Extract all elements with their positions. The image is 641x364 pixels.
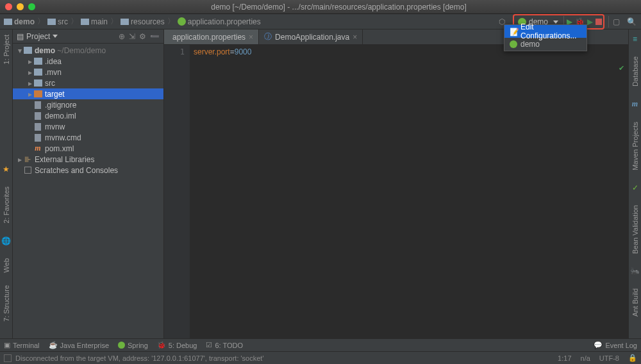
project-tool-tab[interactable]: 1: Project xyxy=(3,35,10,64)
tree-node[interactable]: ⊪External Libraries xyxy=(13,154,163,165)
tree-label: Scratches and Consoles xyxy=(35,166,118,175)
layout-icon[interactable]: ▢ xyxy=(613,17,623,26)
locate-icon[interactable]: ⊕ xyxy=(119,32,125,41)
project-title-label: Project xyxy=(26,32,50,41)
search-icon[interactable]: 🔍 xyxy=(627,17,637,26)
editor-tab[interactable]: ⒿDemoApplication.java× xyxy=(259,29,363,44)
encoding-status[interactable]: UTF-8 xyxy=(599,354,619,362)
spring-tab[interactable]: Spring xyxy=(118,342,148,349)
breadcrumb-item[interactable]: resources xyxy=(121,17,165,26)
breadcrumb-sep: 〉 xyxy=(37,16,45,27)
breadcrumb-item[interactable]: demo xyxy=(4,17,35,26)
status-indicator[interactable] xyxy=(4,354,12,362)
expand-arrow[interactable] xyxy=(27,90,33,99)
tree-node[interactable]: mvnw.cmd xyxy=(13,132,163,143)
bean-validation-tab[interactable]: Bean Validation xyxy=(631,205,639,254)
tree-label: .gitignore xyxy=(45,101,76,110)
window-title: demo [~/Demo/demo] - .../src/main/resour… xyxy=(42,3,636,12)
breadcrumb-sep: 〉 xyxy=(110,16,118,27)
left-tool-stripe: 1: Project ★ 2: Favorites 🌐 Web 7: Struc… xyxy=(0,29,13,338)
code-area[interactable]: server.port=9000 xyxy=(190,45,628,338)
dir-icon xyxy=(33,58,42,65)
folder-icon xyxy=(81,19,89,25)
database-tool-tab[interactable]: Database xyxy=(631,56,639,87)
coverage-button[interactable]: ▶ xyxy=(587,17,593,26)
caret-position[interactable]: 1:17 xyxy=(558,354,571,362)
tree-node[interactable]: target xyxy=(13,88,163,99)
tree-label: External Libraries xyxy=(35,155,94,164)
max-window-icon[interactable] xyxy=(28,3,35,10)
tree-node[interactable]: mpom.xml xyxy=(13,143,163,154)
dir-icon xyxy=(33,79,42,87)
inspection-ok-icon[interactable]: ✔ xyxy=(619,64,624,72)
min-window-icon[interactable] xyxy=(17,3,24,10)
tree-node[interactable]: demo.iml xyxy=(13,110,163,121)
collapse-icon[interactable]: ⇲ xyxy=(129,32,135,41)
favorites-tool-tab[interactable]: 2: Favorites xyxy=(3,186,10,223)
expand-arrow[interactable] xyxy=(17,155,23,164)
breadcrumb-item[interactable]: application.properties xyxy=(178,17,261,26)
status-right: 1:17 n/a UTF-8 🔒 xyxy=(558,354,637,362)
debug-tab[interactable]: 🐞5: Debug xyxy=(157,341,197,349)
close-tab-icon[interactable]: × xyxy=(353,33,357,42)
m-icon: m xyxy=(33,144,42,153)
editor-area: application.properties×ⒿDemoApplication.… xyxy=(164,29,628,338)
java-ee-tab[interactable]: ☕Java Enterprise xyxy=(49,341,109,349)
folder-icon xyxy=(121,19,129,25)
tree-node[interactable]: Scratches and Consoles xyxy=(13,165,163,176)
expand-arrow[interactable] xyxy=(17,46,23,55)
line-gutter: 1 xyxy=(164,45,190,338)
gear-icon[interactable]: ⚙ xyxy=(139,32,146,41)
right-tool-stripe: ≡ Database m Maven Projects ✓ Bean Valid… xyxy=(628,29,641,338)
expand-arrow[interactable] xyxy=(27,57,33,66)
breadcrumb: demo 〉 src 〉 main 〉 resources 〉 applicat… xyxy=(4,16,261,27)
todo-icon: ☑ xyxy=(206,341,212,349)
close-tab-icon[interactable]: × xyxy=(249,33,253,42)
event-log-tab[interactable]: 💬Event Log xyxy=(594,341,637,349)
breadcrumb-sep: 〉 xyxy=(71,16,78,27)
scratch-icon xyxy=(23,167,32,174)
favorites-icon[interactable]: ★ xyxy=(3,165,10,174)
hide-icon[interactable]: ➖ xyxy=(150,32,160,41)
terminal-tab[interactable]: ▣Terminal xyxy=(4,341,40,349)
lib-icon: ⊪ xyxy=(23,155,32,164)
project-view-icon: ▤ xyxy=(17,32,24,41)
file-icon xyxy=(33,134,42,142)
status-bar: Disconnected from the target VM, address… xyxy=(0,351,641,364)
dir-icon xyxy=(23,47,32,54)
tree-node[interactable]: .gitignore xyxy=(13,99,163,110)
structure-tool-tab[interactable]: 7: Structure xyxy=(3,285,10,322)
todo-tab[interactable]: ☑6: TODO xyxy=(206,341,243,349)
edit-config-label: Edit Configurations... xyxy=(520,22,581,40)
editor-tab[interactable]: application.properties× xyxy=(164,29,259,44)
tree-node[interactable]: demo ~/Demo/demo xyxy=(13,45,163,56)
ant-tool-tab[interactable]: Ant Build xyxy=(631,288,639,317)
expand-arrow[interactable] xyxy=(27,68,33,77)
close-window-icon[interactable] xyxy=(5,3,12,10)
breadcrumb-item[interactable]: main xyxy=(81,17,108,26)
tree-node[interactable]: mvnw xyxy=(13,121,163,132)
tab-label: DemoApplication.java xyxy=(275,33,349,42)
tree-node[interactable]: .idea xyxy=(13,56,163,67)
web-tool-tab[interactable]: Web xyxy=(3,258,10,272)
lock-icon[interactable]: 🔒 xyxy=(628,354,637,362)
stop-button[interactable] xyxy=(595,19,602,25)
tree-label: .idea xyxy=(45,57,62,66)
bottom-tool-stripe: ▣Terminal ☕Java Enterprise Spring 🐞5: De… xyxy=(0,338,641,351)
spring-icon xyxy=(118,342,125,349)
javaee-icon: ☕ xyxy=(49,341,58,349)
terminal-icon: ▣ xyxy=(4,341,10,349)
readonly-status[interactable]: n/a xyxy=(581,354,590,362)
project-tree: demo ~/Demo/demo.idea.mvnsrctarget.gitig… xyxy=(13,44,163,177)
tree-node[interactable]: src xyxy=(13,78,163,88)
breadcrumb-item[interactable]: src xyxy=(47,17,68,26)
edit-configurations-item[interactable]: 📝 Edit Configurations... xyxy=(504,25,587,38)
project-pane-title[interactable]: ▤ Project xyxy=(17,32,115,41)
web-icon[interactable]: 🌐 xyxy=(1,236,11,245)
maven-tool-tab[interactable]: Maven Projects xyxy=(631,122,639,170)
project-tool-window: ▤ Project ⊕ ⇲ ⚙ ➖ demo ~/Demo/demo.idea.… xyxy=(13,29,164,338)
project-pane-header: ▤ Project ⊕ ⇲ ⚙ ➖ xyxy=(13,29,163,44)
expand-arrow[interactable] xyxy=(27,79,33,88)
tree-node[interactable]: .mvn xyxy=(13,67,163,78)
window-controls xyxy=(5,3,35,10)
